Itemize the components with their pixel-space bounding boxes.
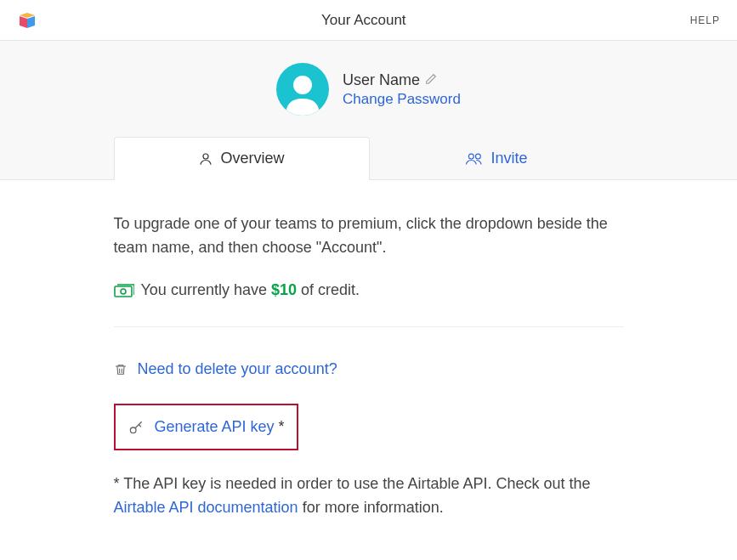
svg-point-8: [121, 289, 126, 294]
upgrade-text: To upgrade one of your teams to premium,…: [114, 212, 624, 260]
svg-point-6: [476, 154, 481, 159]
credit-suffix: of credit.: [297, 281, 360, 298]
note-prefix: * The API key is needed in order to use …: [114, 475, 591, 492]
delete-account-row: Need to delete your account?: [114, 358, 624, 382]
username: User Name: [343, 71, 420, 89]
note-suffix: for more information.: [298, 499, 444, 516]
content: To upgrade one of your teams to premium,…: [114, 180, 624, 520]
credit-text: You currently have $10 of credit.: [141, 279, 360, 303]
tab-overview-label: Overview: [220, 150, 284, 167]
api-key-note: * The API key is needed in order to use …: [114, 472, 624, 520]
generate-api-key-link[interactable]: Generate API key: [155, 418, 275, 435]
avatar: [276, 63, 329, 116]
svg-point-3: [293, 76, 312, 94]
svg-point-9: [130, 427, 136, 433]
svg-marker-2: [27, 16, 35, 28]
delete-account-link[interactable]: Need to delete your account?: [138, 358, 337, 382]
profile-row: User Name Change Password: [0, 58, 737, 136]
header: Your Account HELP: [0, 0, 737, 41]
profile-info: User Name Change Password: [343, 71, 461, 108]
tab-invite-label: Invite: [490, 150, 527, 167]
logo[interactable]: [17, 10, 37, 31]
help-link[interactable]: HELP: [690, 14, 720, 26]
api-key-highlight: Generate API key *: [114, 404, 298, 451]
svg-rect-7: [115, 286, 132, 297]
change-password-link[interactable]: Change Password: [343, 91, 461, 108]
credit-prefix: You currently have: [141, 281, 271, 298]
pencil-icon[interactable]: [425, 71, 437, 89]
people-icon: [465, 151, 484, 167]
divider: [114, 326, 624, 327]
person-icon: [198, 151, 213, 167]
page-title: Your Account: [321, 12, 406, 29]
svg-point-4: [203, 154, 208, 159]
svg-point-5: [469, 154, 474, 159]
trash-icon: [114, 361, 128, 378]
svg-marker-1: [20, 16, 27, 28]
tab-invite[interactable]: Invite: [370, 137, 624, 180]
asterisk: *: [279, 418, 285, 435]
tab-overview[interactable]: Overview: [114, 137, 370, 180]
api-key-text: Generate API key *: [155, 416, 285, 439]
credit-row: You currently have $10 of credit.: [114, 279, 624, 303]
api-docs-link[interactable]: Airtable API documentation: [114, 499, 298, 516]
money-icon: [114, 282, 134, 299]
credit-amount: $10: [271, 281, 297, 298]
profile-section: User Name Change Password Overview: [0, 41, 737, 180]
tabs: Overview Invite: [114, 137, 624, 180]
key-icon: [128, 419, 145, 436]
username-row: User Name: [343, 71, 461, 89]
